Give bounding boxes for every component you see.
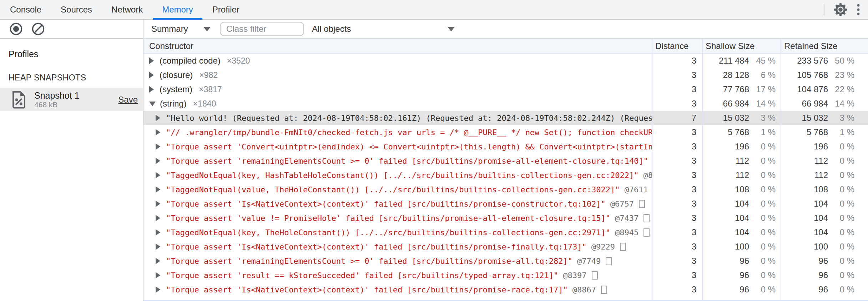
column-header-distance[interactable]: Distance [652,39,702,53]
tab-console[interactable]: Console [1,0,51,19]
table-row[interactable]: "TaggedNotEqual(value, TheHoleConstant()… [143,182,868,197]
table-row[interactable]: "Torque assert 'remainingElementsCount >… [143,254,868,268]
distance-cell: 3 [652,254,702,268]
object-link-icon[interactable] [639,200,645,208]
disclosure-triangle-icon[interactable] [156,215,160,221]
distance-cell: 3 [652,68,702,82]
disclosure-triangle-icon[interactable] [149,72,154,78]
shallow-size-cell: 5 7681 % [702,125,781,139]
constructor-cell: "Torque assert 'remainingElementsCount >… [143,254,652,268]
object-id: @7611 [625,185,648,194]
table-row[interactable]: "TaggedNotEqual(key, HashTableHoleConsta… [143,168,868,182]
tab-network[interactable]: Network [102,0,152,19]
table-row[interactable]: "Hello world! (Requested at: 2024-08-19T… [143,111,868,125]
tab-memory[interactable]: Memory [153,0,202,19]
disclosure-triangle-icon[interactable] [156,258,160,264]
disclosure-triangle-icon[interactable] [149,86,154,93]
tabbar-right-controls [824,0,868,19]
distance-cell: 3 [652,211,702,225]
table-row[interactable]: "TaggedNotEqual(key, TheHoleConstant()) … [143,225,868,240]
shallow-size-cell: 1960 % [702,139,781,154]
constructor-name: (closure) [160,70,193,80]
retained-size-cell: 66 98414 % [781,97,868,111]
distance-cell: 3 [652,182,702,197]
grid-body: (compiled code)×35203211 48445 %233 5765… [143,54,868,300]
constructor-cell: "Torque assert 'value != PromiseHole' fa… [143,211,652,225]
object-link-icon[interactable] [592,271,598,280]
table-row[interactable]: "Torque assert 'Is<NativeContext>(contex… [143,240,868,254]
object-link-icon[interactable] [644,228,650,237]
tab-profiler[interactable]: Profiler [203,0,249,19]
disclosure-triangle-icon[interactable] [156,115,160,121]
gear-icon[interactable] [834,3,847,16]
disclosure-triangle-icon[interactable] [149,102,156,106]
table-row[interactable]: "Torque assert 'Is<NativeContext>(contex… [143,197,868,211]
disclosure-triangle-icon[interactable] [156,243,160,250]
instance-count: ×1840 [193,99,216,109]
tab-sources[interactable]: Sources [51,0,101,19]
disclosure-triangle-icon[interactable] [156,186,160,193]
shallow-size-cell: 1040 % [702,211,781,225]
column-header-shallow-size[interactable]: Shallow Size [702,39,781,53]
table-row[interactable]: "// .wrangler/tmp/bundle-FmNIt0/checked-… [143,125,868,139]
kebab-menu-icon[interactable] [857,3,860,16]
disclosure-triangle-icon[interactable] [156,158,160,164]
string-value: "Torque assert 'Is<NativeContext>(contex… [166,199,606,208]
distance-cell: 3 [652,82,702,97]
disclosure-triangle-icon[interactable] [156,129,160,135]
clear-profiles-icon[interactable] [31,22,45,36]
retained-size-cell: 104 87622 % [781,82,868,97]
shallow-size-cell: 66 98414 % [702,97,781,111]
object-id: @8 [644,171,652,180]
column-header-constructor[interactable]: Constructor [143,39,652,53]
retained-size-cell: 960 % [781,268,868,282]
record-heap-snapshot-icon[interactable] [9,22,23,36]
string-value: "TaggedNotEqual(key, TheHoleConstant()) … [166,228,610,237]
disclosure-triangle-icon[interactable] [156,201,160,207]
tab-sources-label: Sources [61,5,92,15]
sidebar-item-snapshot-1[interactable]: Snapshot 1 468 kB Save [0,88,143,111]
table-row[interactable]: "Torque assert 'value != PromiseHole' fa… [143,211,868,225]
table-row[interactable]: "Torque assert 'result == kStoreSucceded… [143,268,868,282]
constructor-cell: "Torque assert 'remainingElementsCount >… [143,154,652,168]
snapshot-toolbar: Summary All objects [143,20,868,39]
column-header-retained-size[interactable]: Retained Size [781,39,868,53]
disclosure-triangle-icon[interactable] [156,172,160,178]
perspective-select[interactable]: Summary [151,24,211,34]
main-panel: Profiles HEAP SNAPSHOTS Snapshot 1 468 k… [0,20,868,301]
disclosure-triangle-icon[interactable] [156,229,160,236]
class-filter-input[interactable] [220,22,304,36]
disclosure-triangle-icon[interactable] [156,286,160,293]
table-row[interactable]: (closure)×982328 1286 %105 76823 % [143,68,868,82]
table-row[interactable]: (string)×1840366 98414 %66 98414 % [143,97,868,111]
retained-size-cell: 5 7681 % [781,125,868,139]
disclosure-triangle-icon[interactable] [156,272,160,278]
table-row[interactable]: (system)×3817377 76817 %104 87622 % [143,82,868,97]
distance-cell: 3 [652,282,702,297]
constructor-cell: (compiled code)×3520 [143,54,652,68]
table-row[interactable]: "Torque assert 'Convert<uintptr>(endInde… [143,139,868,154]
profiles-toolbar [0,20,143,39]
object-link-icon[interactable] [606,257,612,265]
constructor-cell: "Torque assert 'Is<NativeContext>(contex… [143,282,652,297]
object-link-icon[interactable] [601,286,607,294]
table-row[interactable]: (compiled code)×35203211 48445 %233 5765… [143,54,868,68]
save-link[interactable]: Save [118,95,138,105]
table-row[interactable]: "Torque assert 'remainingElementsCount >… [143,154,868,168]
distance-cell: 3 [652,268,702,282]
table-row[interactable]: "Torque assert 'Is<NativeContext>(contex… [143,282,868,297]
string-value: "Torque assert 'value != PromiseHole' fa… [166,214,610,223]
object-link-icon[interactable] [644,214,650,222]
shallow-size-cell: 1040 % [702,225,781,240]
object-link-icon[interactable] [620,243,626,251]
object-scope-select[interactable]: All objects [308,24,455,34]
constructor-cell: "// .wrangler/tmp/bundle-FmNIt0/checked-… [143,125,652,139]
constructor-name: (string) [160,99,187,109]
disclosure-triangle-icon[interactable] [149,58,154,64]
perspective-select-value: Summary [151,24,188,34]
tab-memory-label: Memory [162,5,193,15]
constructor-cell: "Hello world! (Requested at: 2024-08-19T… [143,111,652,125]
grid-filler [143,297,868,300]
disclosure-triangle-icon[interactable] [156,143,160,150]
object-id: @9229 [591,242,615,251]
